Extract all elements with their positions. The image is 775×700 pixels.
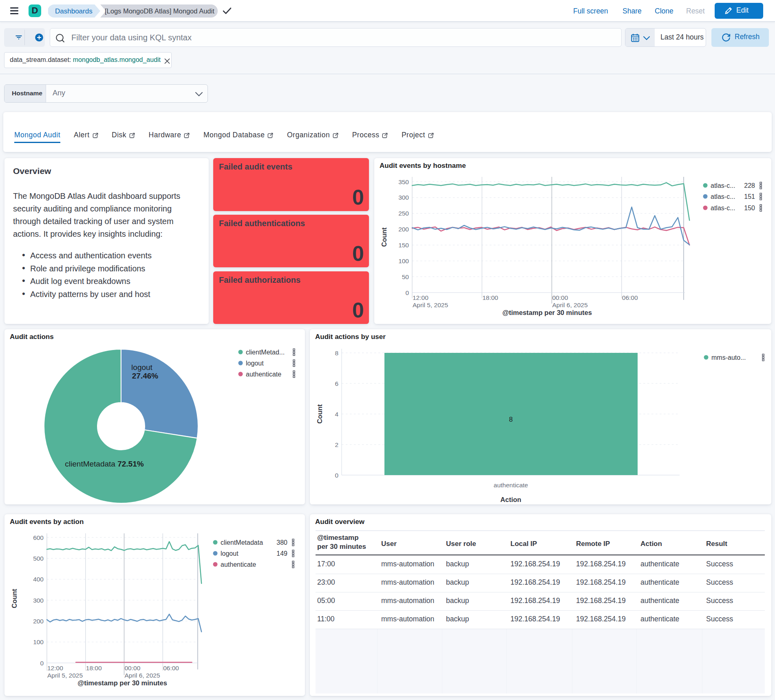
svg-text:logout: logout [221, 550, 238, 557]
svg-text:200: 200 [33, 618, 44, 625]
svg-text:06:00: 06:00 [163, 665, 179, 671]
svg-text:atlas-c...: atlas-c... [711, 193, 735, 200]
svg-text:06:00: 06:00 [622, 294, 638, 301]
svg-text:100: 100 [398, 258, 409, 264]
svg-text:logout: logout [246, 360, 264, 367]
svg-text:350: 350 [398, 178, 409, 185]
svg-text:600: 600 [33, 534, 44, 541]
svg-text:@timestamp per 30 minutes: @timestamp per 30 minutes [502, 309, 592, 316]
svg-text:151: 151 [744, 193, 755, 200]
svg-text:4: 4 [335, 411, 338, 418]
svg-text:logout: logout [131, 363, 152, 372]
svg-text:18:00: 18:00 [482, 294, 498, 301]
svg-text:Count: Count [316, 404, 323, 424]
svg-text:April 5, 2025: April 5, 2025 [413, 302, 448, 308]
svg-text:atlas-c...: atlas-c... [711, 182, 735, 189]
svg-text:authenticate: authenticate [246, 371, 281, 378]
svg-text:500: 500 [33, 555, 44, 562]
svg-text:April 5, 2025: April 5, 2025 [47, 672, 83, 679]
svg-text:50: 50 [402, 273, 409, 280]
svg-text:clientMetadata 72.51%: clientMetadata 72.51% [65, 460, 144, 468]
svg-text:150: 150 [744, 205, 755, 211]
svg-text:0: 0 [335, 472, 338, 479]
svg-text:150: 150 [398, 242, 409, 249]
svg-text:atlas-c...: atlas-c... [711, 205, 735, 211]
svg-text:400: 400 [33, 576, 44, 583]
svg-text:8: 8 [509, 416, 512, 423]
svg-text:mms-auto...: mms-auto... [711, 354, 746, 361]
svg-text:April 6, 2025: April 6, 2025 [552, 302, 588, 308]
svg-text:@timestamp per 30 minutes: @timestamp per 30 minutes [77, 679, 167, 687]
svg-text:Dashboards: Dashboards [55, 7, 93, 15]
svg-text:12:00: 12:00 [413, 294, 428, 301]
svg-text:8: 8 [335, 350, 338, 357]
svg-text:100: 100 [33, 638, 44, 645]
svg-text:authenticate: authenticate [221, 561, 256, 568]
svg-text:6: 6 [335, 380, 338, 387]
svg-text:[Logs MongoDB Atlas] Mongod Au: [Logs MongoDB Atlas] Mongod Audit [105, 7, 214, 15]
svg-text:00:00: 00:00 [125, 665, 141, 671]
svg-text:0: 0 [40, 660, 44, 667]
svg-text:18:00: 18:00 [86, 665, 102, 671]
svg-text:00:00: 00:00 [552, 294, 568, 301]
svg-text:Action: Action [500, 496, 521, 503]
svg-text:clientMetad...: clientMetad... [246, 349, 285, 356]
svg-text:380: 380 [276, 539, 287, 546]
svg-text:300: 300 [33, 597, 44, 604]
svg-text:250: 250 [398, 210, 409, 217]
svg-text:April 6, 2025: April 6, 2025 [125, 672, 160, 679]
svg-text:228: 228 [744, 182, 755, 189]
svg-text:clientMetadata: clientMetadata [221, 539, 263, 546]
svg-text:149: 149 [276, 550, 287, 557]
svg-text:Count: Count [11, 589, 18, 608]
svg-text:0: 0 [405, 289, 409, 296]
svg-text:Count: Count [380, 227, 388, 247]
svg-text:12:00: 12:00 [47, 665, 63, 671]
svg-text:authenticate: authenticate [494, 482, 528, 489]
svg-text:2: 2 [335, 441, 338, 448]
svg-text:200: 200 [398, 226, 409, 233]
svg-text:27.46%: 27.46% [132, 372, 159, 380]
svg-text:300: 300 [398, 194, 409, 201]
